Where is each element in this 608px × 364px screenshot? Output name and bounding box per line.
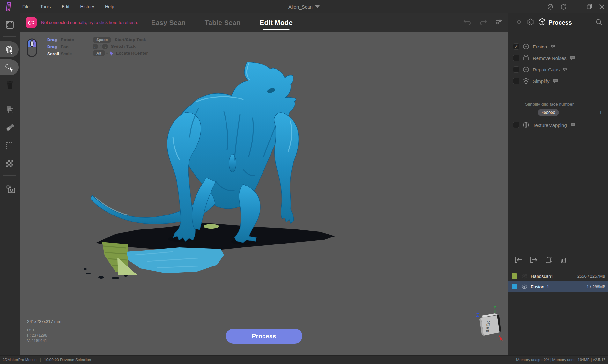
space-key-badge: Space xyxy=(93,37,111,43)
connection-warning[interactable]: Not connected normally, try to click her… xyxy=(26,17,138,28)
process-button[interactable]: Process xyxy=(226,329,302,344)
refresh-icon[interactable] xyxy=(560,4,567,10)
simplify-grid-label: Simplify grid face number xyxy=(525,102,574,106)
lasso-select-tool-button[interactable] xyxy=(0,59,19,75)
project-name-dropdown[interactable]: Alien_Scan xyxy=(288,0,320,13)
duplicate-to-new-button[interactable] xyxy=(2,103,18,117)
menu-history[interactable]: History xyxy=(80,4,94,9)
svg-text:X: X xyxy=(500,337,503,342)
memory-status: Memory usage: 0% | Memory used: 194MB | … xyxy=(516,358,605,362)
visibility-off-icon[interactable] xyxy=(521,274,528,279)
duplicate-plus-icon xyxy=(5,105,15,114)
repair-gaps-icon xyxy=(523,66,529,73)
export-scan-button[interactable] xyxy=(530,256,538,265)
hint-action: Locate RCenter xyxy=(116,51,148,55)
marquee-select-button[interactable] xyxy=(2,139,18,153)
repair-gaps-checkbox[interactable]: ✓ xyxy=(513,66,519,73)
tab-edit-mode[interactable]: Edit Mode xyxy=(259,14,293,31)
simplify-checkbox[interactable]: ✓ xyxy=(513,78,519,84)
fusion-checkbox[interactable]: ✓ xyxy=(513,43,519,50)
eraser-tool-button[interactable] xyxy=(2,120,18,135)
chevron-down-icon xyxy=(315,5,320,8)
info-bubble-icon[interactable] xyxy=(570,123,575,127)
left-toolbar xyxy=(0,13,20,355)
slider-value[interactable]: 400000 xyxy=(538,109,559,116)
lasso-select-icon xyxy=(4,62,14,72)
process-cube-icon xyxy=(538,18,546,27)
scan-list-toolbar xyxy=(515,256,567,265)
hint-key: Drag xyxy=(47,44,61,49)
scan-color-swatch[interactable] xyxy=(512,273,517,279)
menu-bar: File Tools Edit History Help xyxy=(22,0,114,13)
app-logo-icon xyxy=(4,2,13,12)
model-dimensions: 241x237x317 mm xyxy=(27,319,61,324)
face-count: F: 2371298 xyxy=(27,333,61,338)
title-bar: File Tools Edit History Help Alien_Scan xyxy=(0,0,608,13)
texture-view-button[interactable] xyxy=(2,157,18,171)
shading-mode-icon[interactable] xyxy=(527,18,534,27)
delete-scan-button[interactable] xyxy=(560,256,567,265)
model-viewport-canvas[interactable]: BACK Y Z X xyxy=(20,32,508,355)
slider-increase-button[interactable]: + xyxy=(598,109,604,116)
texture-capture-button[interactable] xyxy=(2,182,18,196)
delete-selection-button[interactable] xyxy=(2,78,18,92)
plane-select-tool-button[interactable] xyxy=(0,41,19,57)
hint-action: Scale xyxy=(61,51,72,56)
menu-file[interactable]: File xyxy=(22,4,30,9)
import-scan-button[interactable] xyxy=(515,256,523,265)
scan-row-handscan1[interactable]: Handscan1 2556 / 2257MB xyxy=(508,271,608,281)
slider-track[interactable]: 400000 xyxy=(531,113,596,113)
toolbar-divider xyxy=(3,97,16,97)
scan-row-fusion1[interactable]: Fusion_1 1 / 286MB xyxy=(508,281,608,292)
texture-mapping-checkbox[interactable]: ✓ xyxy=(513,122,519,128)
slider-decrease-button[interactable]: − xyxy=(523,109,529,116)
object-count: O: 1 xyxy=(27,328,61,333)
close-button[interactable] xyxy=(599,4,605,10)
info-bubble-icon[interactable] xyxy=(570,56,575,60)
hint-key: Scroll xyxy=(47,51,61,56)
model-viewport[interactable]: BACK Y Z X Drag Rotate xyxy=(20,32,508,355)
lighting-icon[interactable] xyxy=(515,18,523,27)
option-remove-noises[interactable]: ✓ Remove Noises xyxy=(513,54,604,62)
option-repair-gaps[interactable]: ✓ Repair Gaps xyxy=(513,65,604,74)
mouse-icon xyxy=(26,38,38,58)
alien-model xyxy=(91,62,299,245)
mode-tabs: Easy Scan Table Scan Edit Mode xyxy=(151,13,293,32)
info-bubble-icon[interactable] xyxy=(551,44,555,49)
alt-key-badge: Alt xyxy=(93,50,105,56)
nav-cube[interactable]: BACK Y Z X xyxy=(476,305,503,342)
fit-view-icon xyxy=(5,20,15,30)
menu-help[interactable]: Help xyxy=(105,4,114,9)
scan-color-swatch[interactable] xyxy=(512,284,517,289)
eraser-icon xyxy=(5,122,15,133)
undo-button[interactable] xyxy=(463,19,471,26)
trash-icon xyxy=(5,80,14,90)
scan-size: 2556 / 2257MB xyxy=(577,274,605,279)
menu-edit[interactable]: Edit xyxy=(62,4,69,9)
viewport-hints: Drag Rotate Drag Pan Scroll Scale Space … xyxy=(26,37,148,58)
option-simplify[interactable]: ✓ Simplify xyxy=(513,76,604,85)
maximize-button[interactable] xyxy=(586,4,592,10)
pick-object-icon[interactable] xyxy=(595,19,603,28)
hint-key: Drag xyxy=(47,37,61,42)
view-settings-button[interactable] xyxy=(495,19,502,26)
option-fusion[interactable]: ✓ Fusion xyxy=(513,42,604,51)
remove-noises-checkbox[interactable]: ✓ xyxy=(513,55,519,61)
project-name: Alien_Scan xyxy=(288,4,313,10)
svg-text:Y: Y xyxy=(493,305,497,310)
fit-view-button[interactable] xyxy=(2,18,18,32)
redo-button[interactable] xyxy=(479,19,487,26)
info-bubble-icon[interactable] xyxy=(563,67,568,72)
minimize-button[interactable] xyxy=(574,4,579,10)
info-bubble-icon[interactable] xyxy=(553,79,558,83)
visibility-on-icon[interactable] xyxy=(521,284,528,289)
arrow-left-key-icon: ← xyxy=(93,44,98,49)
menu-tools[interactable]: Tools xyxy=(41,4,51,9)
option-texture-mapping[interactable]: ✓ TextureMapping xyxy=(513,120,604,129)
tab-easy-scan[interactable]: Easy Scan xyxy=(151,14,186,31)
offline-globe-icon[interactable] xyxy=(547,4,553,10)
duplicate-scan-button[interactable] xyxy=(545,256,552,265)
model-stats: 241x237x317 mm O: 1 F: 2371298 V: 118944… xyxy=(27,319,61,344)
tab-table-scan[interactable]: Table Scan xyxy=(204,14,241,31)
key-hint-list: Space Start/Stop Task ← / → Switch Task … xyxy=(93,37,148,58)
